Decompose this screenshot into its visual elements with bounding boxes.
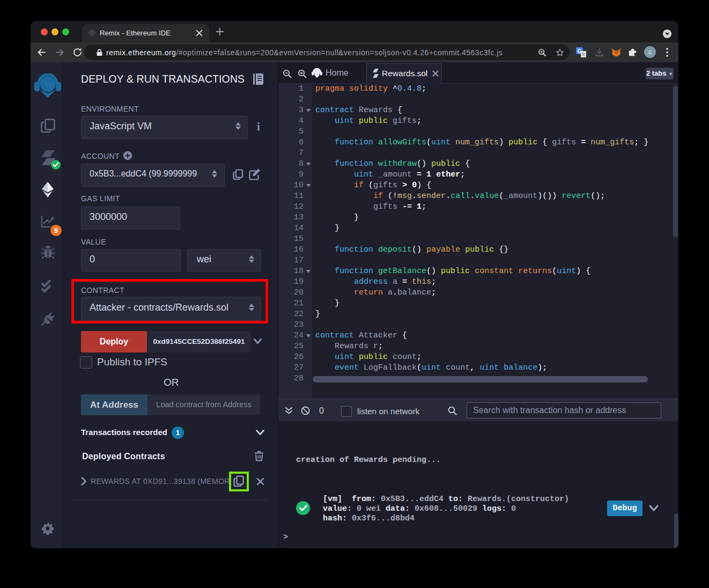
svg-text:文: 文 <box>581 52 586 57</box>
